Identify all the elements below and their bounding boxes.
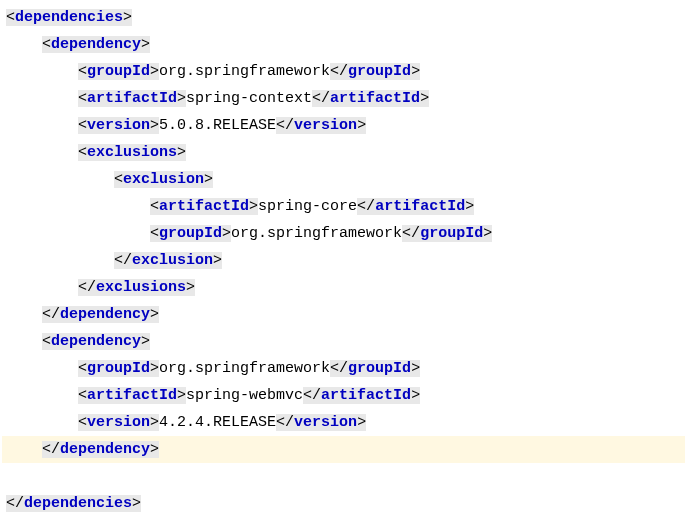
code-line[interactable]: <exclusions> [2,139,685,166]
code-line[interactable]: </dependencies> [2,490,685,517]
xml-tag: groupId [348,360,411,377]
angle-bracket: < [78,387,87,404]
angle-bracket: </ [6,495,24,512]
xml-tag: groupId [87,360,150,377]
angle-bracket: > [150,63,159,80]
angle-bracket: > [222,225,231,242]
angle-bracket: < [42,36,51,53]
angle-bracket: > [150,414,159,431]
angle-bracket: > [123,9,132,26]
indent [6,117,78,134]
xml-tag: dependency [51,333,141,350]
xml-text: org.springframework [231,225,402,242]
angle-bracket: > [150,360,159,377]
line-content: <groupId>org.springframework</groupId> [150,225,492,242]
angle-bracket: > [177,387,186,404]
code-line[interactable]: <dependency> [2,31,685,58]
line-content: </dependency> [42,306,159,323]
angle-bracket: > [483,225,492,242]
code-line[interactable]: </exclusion> [2,247,685,274]
xml-tag: dependency [60,306,150,323]
indent [6,63,78,80]
angle-bracket: </ [276,414,294,431]
angle-bracket: > [357,117,366,134]
code-line[interactable]: <version>5.0.8.RELEASE</version> [2,112,685,139]
line-content: <exclusion> [114,171,213,188]
indent [6,225,150,242]
angle-bracket: < [78,117,87,134]
xml-code-block: <dependencies> <dependency> <groupId>org… [2,4,685,517]
code-line[interactable]: </dependency> [2,301,685,328]
angle-bracket: < [150,198,159,215]
angle-bracket: < [150,225,159,242]
angle-bracket: > [420,90,429,107]
angle-bracket: </ [78,279,96,296]
code-line[interactable]: <dependency> [2,328,685,355]
code-line[interactable]: <groupId>org.springframework</groupId> [2,58,685,85]
xml-tag: dependency [51,36,141,53]
angle-bracket: </ [276,117,294,134]
xml-tag: version [87,414,150,431]
angle-bracket: < [78,414,87,431]
xml-tag: artifactId [87,90,177,107]
xml-text: 4.2.4.RELEASE [159,414,276,431]
xml-tag: artifactId [330,90,420,107]
angle-bracket: > [150,306,159,323]
angle-bracket: > [213,252,222,269]
xml-tag: dependencies [24,495,132,512]
angle-bracket: < [78,144,87,161]
line-content: </dependency> [42,441,159,458]
line-content: </dependencies> [6,495,141,512]
indent [6,144,78,161]
xml-tag: groupId [159,225,222,242]
code-line[interactable]: <artifactId>spring-core</artifactId> [2,193,685,220]
xml-tag: version [294,414,357,431]
angle-bracket: < [78,360,87,377]
code-line[interactable]: <artifactId>spring-webmvc</artifactId> [2,382,685,409]
angle-bracket: > [411,360,420,377]
xml-tag: exclusions [96,279,186,296]
angle-bracket: > [141,333,150,350]
angle-bracket: </ [357,198,375,215]
xml-tag: artifactId [87,387,177,404]
line-content: <artifactId>spring-core</artifactId> [150,198,474,215]
indent [6,387,78,404]
line-content: <version>5.0.8.RELEASE</version> [78,117,366,134]
code-line[interactable]: <dependencies> [2,4,685,31]
indent [6,171,114,188]
xml-tag: version [87,117,150,134]
line-content: <dependencies> [6,9,132,26]
line-content: <groupId>org.springframework</groupId> [78,63,420,80]
indent [6,279,78,296]
xml-tag: groupId [420,225,483,242]
line-content: <exclusions> [78,144,186,161]
line-content: <version>4.2.4.RELEASE</version> [78,414,366,431]
indent [6,198,150,215]
angle-bracket: > [150,117,159,134]
angle-bracket: < [78,63,87,80]
indent [6,360,78,377]
code-line[interactable]: <exclusion> [2,166,685,193]
code-line[interactable]: <version>4.2.4.RELEASE</version> [2,409,685,436]
angle-bracket: > [177,90,186,107]
angle-bracket: > [141,36,150,53]
indent [6,441,42,458]
angle-bracket: > [249,198,258,215]
angle-bracket: > [465,198,474,215]
angle-bracket: > [357,414,366,431]
code-line[interactable]: <groupId>org.springframework</groupId> [2,355,685,382]
line-content: </exclusion> [114,252,222,269]
code-line[interactable]: </dependency> [2,436,685,463]
line-content: </exclusions> [78,279,195,296]
code-line[interactable]: </exclusions> [2,274,685,301]
angle-bracket: </ [303,387,321,404]
indent [6,414,78,431]
angle-bracket: > [204,171,213,188]
code-line[interactable]: <groupId>org.springframework</groupId> [2,220,685,247]
angle-bracket: > [186,279,195,296]
xml-text: 5.0.8.RELEASE [159,117,276,134]
line-content: <artifactId>spring-context</artifactId> [78,90,429,107]
angle-bracket: < [114,171,123,188]
xml-text: org.springframework [159,63,330,80]
code-line[interactable]: <artifactId>spring-context</artifactId> [2,85,685,112]
